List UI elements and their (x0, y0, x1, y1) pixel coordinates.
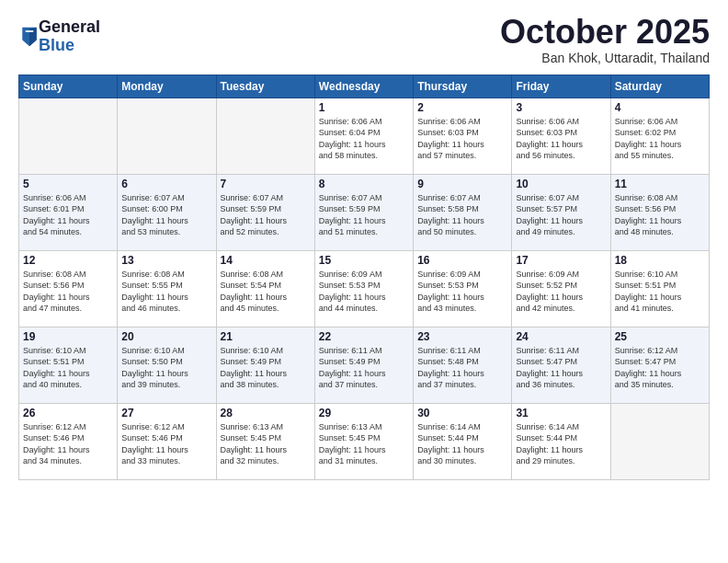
day-info: Sunrise: 6:09 AMSunset: 5:52 PMDaylight:… (516, 269, 606, 315)
header-sunday: Sunday (19, 75, 118, 98)
table-row: 29Sunrise: 6:13 AMSunset: 5:45 PMDayligh… (314, 403, 413, 479)
table-row: 2Sunrise: 6:06 AMSunset: 6:03 PMDaylight… (414, 98, 512, 174)
table-row: 14Sunrise: 6:08 AMSunset: 5:54 PMDayligh… (216, 250, 314, 327)
day-number: 26 (23, 407, 113, 419)
calendar-week-row: 12Sunrise: 6:08 AMSunset: 5:56 PMDayligh… (19, 250, 710, 327)
calendar: Sunday Monday Tuesday Wednesday Thursday… (18, 75, 710, 480)
svg-marker-2 (26, 30, 34, 32)
day-number: 31 (516, 407, 606, 419)
calendar-week-row: 26Sunrise: 6:12 AMSunset: 5:46 PMDayligh… (19, 403, 710, 479)
table-row: 26Sunrise: 6:12 AMSunset: 5:46 PMDayligh… (19, 403, 118, 479)
svg-marker-1 (29, 28, 37, 47)
table-row: 18Sunrise: 6:10 AMSunset: 5:51 PMDayligh… (610, 250, 709, 327)
table-row: 15Sunrise: 6:09 AMSunset: 5:53 PMDayligh… (314, 250, 413, 327)
day-info: Sunrise: 6:06 AMSunset: 6:01 PMDaylight:… (23, 192, 113, 238)
day-number: 28 (221, 407, 311, 419)
day-number: 14 (221, 254, 311, 267)
day-info: Sunrise: 6:11 AMSunset: 5:48 PMDaylight:… (417, 345, 507, 391)
day-info: Sunrise: 6:12 AMSunset: 5:46 PMDaylight:… (23, 421, 113, 467)
day-info: Sunrise: 6:06 AMSunset: 6:03 PMDaylight:… (516, 116, 606, 162)
day-info: Sunrise: 6:07 AMSunset: 5:57 PMDaylight:… (516, 192, 606, 238)
day-info: Sunrise: 6:10 AMSunset: 5:51 PMDaylight:… (23, 345, 113, 391)
day-info: Sunrise: 6:11 AMSunset: 5:49 PMDaylight:… (319, 345, 409, 391)
header-tuesday: Tuesday (216, 75, 314, 98)
table-row: 20Sunrise: 6:10 AMSunset: 5:50 PMDayligh… (118, 327, 216, 403)
day-info: Sunrise: 6:07 AMSunset: 6:00 PMDaylight:… (121, 192, 211, 238)
day-info: Sunrise: 6:14 AMSunset: 5:44 PMDaylight:… (516, 421, 606, 467)
day-number: 30 (417, 407, 507, 419)
header-wednesday: Wednesday (314, 75, 413, 98)
day-info: Sunrise: 6:07 AMSunset: 5:59 PMDaylight:… (221, 192, 311, 238)
table-row: 22Sunrise: 6:11 AMSunset: 5:49 PMDayligh… (314, 327, 413, 403)
day-info: Sunrise: 6:09 AMSunset: 5:53 PMDaylight:… (417, 269, 507, 315)
table-row: 5Sunrise: 6:06 AMSunset: 6:01 PMDaylight… (19, 174, 118, 250)
logo-icon (20, 26, 39, 48)
day-number: 1 (319, 101, 409, 114)
table-row: 24Sunrise: 6:11 AMSunset: 5:47 PMDayligh… (512, 327, 610, 403)
day-info: Sunrise: 6:12 AMSunset: 5:46 PMDaylight:… (121, 421, 211, 467)
day-info: Sunrise: 6:11 AMSunset: 5:47 PMDaylight:… (516, 345, 606, 391)
day-info: Sunrise: 6:08 AMSunset: 5:56 PMDaylight:… (615, 192, 705, 238)
header-friday: Friday (512, 75, 610, 98)
calendar-week-row: 1Sunrise: 6:06 AMSunset: 6:04 PMDaylight… (19, 98, 710, 174)
day-number: 19 (23, 330, 113, 343)
day-number: 22 (319, 330, 409, 343)
day-info: Sunrise: 6:06 AMSunset: 6:04 PMDaylight:… (319, 116, 409, 162)
day-number: 18 (615, 254, 705, 267)
table-row: 16Sunrise: 6:09 AMSunset: 5:53 PMDayligh… (414, 250, 512, 327)
day-number: 21 (221, 330, 311, 343)
day-number: 6 (121, 178, 211, 190)
table-row (19, 98, 118, 174)
day-number: 3 (516, 101, 606, 114)
day-info: Sunrise: 6:08 AMSunset: 5:55 PMDaylight:… (121, 269, 211, 315)
table-row: 1Sunrise: 6:06 AMSunset: 6:04 PMDaylight… (314, 98, 413, 174)
table-row: 28Sunrise: 6:13 AMSunset: 5:45 PMDayligh… (216, 403, 314, 479)
logo-blue: Blue (39, 37, 100, 55)
header-thursday: Thursday (414, 75, 512, 98)
month-title: October 2025 (500, 14, 710, 51)
table-row: 23Sunrise: 6:11 AMSunset: 5:48 PMDayligh… (414, 327, 512, 403)
day-number: 8 (319, 178, 409, 190)
day-number: 9 (417, 178, 507, 190)
day-number: 13 (121, 254, 211, 267)
day-number: 12 (23, 254, 113, 267)
table-row: 17Sunrise: 6:09 AMSunset: 5:52 PMDayligh… (512, 250, 610, 327)
table-row: 6Sunrise: 6:07 AMSunset: 6:00 PMDaylight… (118, 174, 216, 250)
title-area: October 2025 Ban Khok, Uttaradit, Thaila… (500, 14, 710, 65)
table-row: 19Sunrise: 6:10 AMSunset: 5:51 PMDayligh… (19, 327, 118, 403)
day-number: 11 (615, 178, 705, 190)
day-number: 15 (319, 254, 409, 267)
table-row: 21Sunrise: 6:10 AMSunset: 5:49 PMDayligh… (216, 327, 314, 403)
table-row: 10Sunrise: 6:07 AMSunset: 5:57 PMDayligh… (512, 174, 610, 250)
day-info: Sunrise: 6:06 AMSunset: 6:02 PMDaylight:… (615, 116, 705, 162)
day-number: 5 (23, 178, 113, 190)
day-info: Sunrise: 6:13 AMSunset: 5:45 PMDaylight:… (319, 421, 409, 467)
day-number: 27 (121, 407, 211, 419)
day-info: Sunrise: 6:07 AMSunset: 5:59 PMDaylight:… (319, 192, 409, 238)
day-number: 29 (319, 407, 409, 419)
table-row: 9Sunrise: 6:07 AMSunset: 5:58 PMDaylight… (414, 174, 512, 250)
day-number: 17 (516, 254, 606, 267)
day-info: Sunrise: 6:10 AMSunset: 5:49 PMDaylight:… (221, 345, 311, 391)
day-number: 10 (516, 178, 606, 190)
calendar-week-row: 5Sunrise: 6:06 AMSunset: 6:01 PMDaylight… (19, 174, 710, 250)
table-row: 3Sunrise: 6:06 AMSunset: 6:03 PMDaylight… (512, 98, 610, 174)
header-monday: Monday (118, 75, 216, 98)
day-info: Sunrise: 6:10 AMSunset: 5:51 PMDaylight:… (615, 269, 705, 315)
day-number: 25 (615, 330, 705, 343)
page: General Blue October 2025 Ban Khok, Utta… (0, 0, 728, 563)
day-number: 7 (221, 178, 311, 190)
location-subtitle: Ban Khok, Uttaradit, Thailand (500, 51, 710, 65)
day-info: Sunrise: 6:08 AMSunset: 5:56 PMDaylight:… (23, 269, 113, 315)
header-saturday: Saturday (610, 75, 709, 98)
table-row: 31Sunrise: 6:14 AMSunset: 5:44 PMDayligh… (512, 403, 610, 479)
table-row: 27Sunrise: 6:12 AMSunset: 5:46 PMDayligh… (118, 403, 216, 479)
day-info: Sunrise: 6:13 AMSunset: 5:45 PMDaylight:… (221, 421, 311, 467)
table-row: 30Sunrise: 6:14 AMSunset: 5:44 PMDayligh… (414, 403, 512, 479)
day-number: 20 (121, 330, 211, 343)
day-number: 2 (417, 101, 507, 114)
table-row: 8Sunrise: 6:07 AMSunset: 5:59 PMDaylight… (314, 174, 413, 250)
table-row: 4Sunrise: 6:06 AMSunset: 6:02 PMDaylight… (610, 98, 709, 174)
table-row: 12Sunrise: 6:08 AMSunset: 5:56 PMDayligh… (19, 250, 118, 327)
table-row: 25Sunrise: 6:12 AMSunset: 5:47 PMDayligh… (610, 327, 709, 403)
